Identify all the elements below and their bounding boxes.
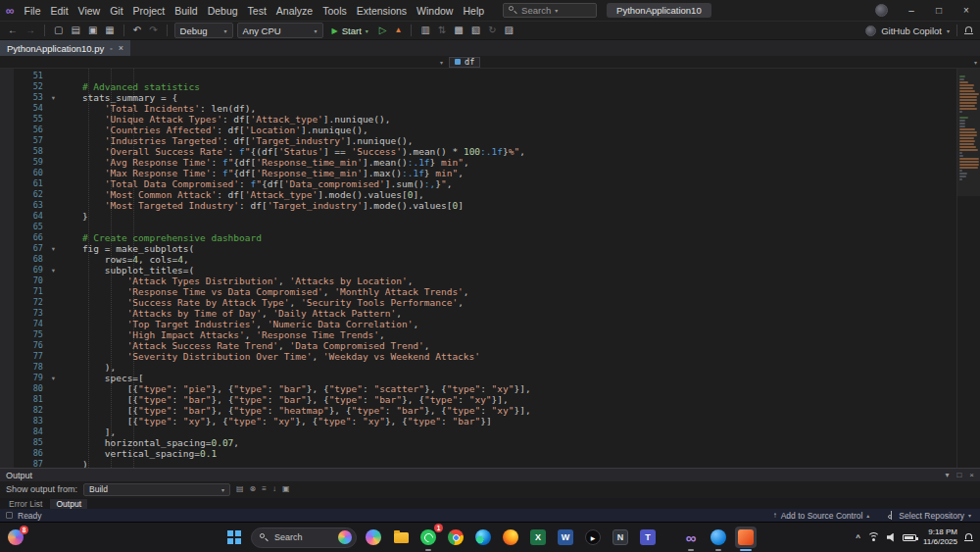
code-line[interactable]: 54 'Total Incidents': len(df), — [0, 103, 956, 114]
code-editor[interactable]: 5152 # Advanced statistics53▾ stats_summ… — [0, 69, 956, 468]
chrome-button[interactable] — [445, 527, 466, 548]
code-line[interactable]: 77 'Severity Distribution Over Time', 'W… — [0, 351, 956, 362]
firefox-button[interactable] — [500, 527, 521, 548]
fold-marker-icon[interactable]: ▾ — [47, 92, 60, 103]
minimap-scrollbar[interactable] — [956, 69, 980, 468]
code-line[interactable]: 58 'Overall Success Rate': f"{(df['Statu… — [0, 146, 956, 157]
notepad-button[interactable]: N — [610, 527, 631, 548]
taskbar-corner-app[interactable]: 8 — [8, 529, 24, 545]
select-repository-button[interactable]: Select Repository ▾ — [878, 509, 980, 522]
code-line[interactable]: 82 [{"type": "bar"}, {"type": "heatmap"}… — [0, 405, 956, 416]
code-line[interactable]: 83 [{"type": "xy"}, {"type": "xy"}, {"ty… — [0, 416, 956, 427]
edge-button[interactable] — [472, 527, 494, 548]
output-close-icon[interactable]: × — [969, 472, 974, 479]
solution-platforms-dropdown[interactable]: Any CPU ▾ — [237, 23, 323, 38]
members-dropdown-icon[interactable]: ▾ — [971, 59, 980, 66]
menu-item-view[interactable]: View — [74, 3, 106, 19]
panel-tab-error-list[interactable]: Error List — [3, 499, 48, 509]
teams-button[interactable]: T — [637, 527, 659, 548]
code-line[interactable]: 60 'Max Response Time': f"{df['Response_… — [0, 168, 956, 178]
break-all-icon[interactable]: ▥ — [418, 25, 431, 35]
pin-output-icon[interactable]: ▣ — [282, 485, 290, 493]
code-line[interactable]: 87 ) — [0, 459, 956, 468]
start-debug-button[interactable]: ▶ Start ▾ — [327, 25, 373, 36]
menu-item-extensions[interactable]: Extensions — [352, 3, 412, 19]
solution-explorer-icon[interactable]: ▧ — [469, 25, 482, 35]
tray-chevron-icon[interactable]: ^ — [856, 533, 860, 542]
fold-marker-icon[interactable]: ▾ — [47, 243, 60, 254]
extensions-icon[interactable]: ▨ — [503, 25, 515, 35]
save-icon[interactable]: ▣ — [86, 25, 99, 35]
clear-output-icon[interactable]: ⊗ — [250, 485, 257, 493]
whatsapp-button[interactable]: 1 — [417, 527, 439, 548]
code-line[interactable]: 57 'Industries Targeted': df['Target_ind… — [0, 135, 956, 146]
pin-icon[interactable]: ▫ — [110, 45, 112, 52]
widgets-button[interactable] — [363, 527, 384, 548]
github-copilot-button[interactable]: GitHub Copilot ▾ — [865, 25, 950, 36]
menu-item-project[interactable]: Project — [128, 3, 171, 19]
battery-icon[interactable] — [903, 534, 916, 541]
code-line[interactable]: 71 'Response Time vs Data Compromised', … — [0, 286, 956, 297]
code-line[interactable]: 74 'Top Target Industries', 'Numeric Dat… — [0, 319, 956, 329]
fold-marker-icon[interactable]: ▾ — [47, 265, 60, 276]
output-dropdown-icon[interactable]: ▾ — [945, 472, 949, 479]
code-line[interactable]: 75 'High Impact Attacks', 'Response Time… — [0, 329, 956, 340]
code-line[interactable]: 56 'Countries Affected': df['Location'].… — [0, 125, 956, 135]
navigate-forward-icon[interactable]: → — [24, 25, 37, 35]
code-line[interactable]: 78 ), — [0, 362, 956, 373]
hot-reload-icon[interactable]: ▲ — [393, 26, 405, 34]
output-source-dropdown[interactable]: Build ▾ — [83, 483, 230, 496]
step-over-icon[interactable]: ⇅ — [436, 25, 448, 35]
start-button[interactable] — [223, 527, 245, 548]
notification-center-icon[interactable] — [964, 532, 974, 543]
copilot-badge-icon[interactable] — [875, 4, 888, 17]
code-line[interactable]: 65 — [0, 222, 956, 232]
active-app-button[interactable] — [735, 527, 757, 548]
code-line[interactable]: 84 ], — [0, 427, 956, 437]
code-line[interactable]: 68 rows=4, cols=4, — [0, 254, 956, 265]
wifi-icon[interactable] — [867, 532, 880, 543]
code-line[interactable]: 81 [{"type": "bar"}, {"type": "bar"}, {"… — [0, 394, 956, 405]
maximize-button[interactable]: □ — [925, 0, 953, 21]
code-line[interactable]: 80 [{"type": "pie"}, {"type": "bar"}, {"… — [0, 383, 956, 394]
refresh-icon[interactable]: ↻ — [486, 25, 498, 35]
blue-app-button[interactable] — [708, 527, 729, 548]
code-line[interactable]: 55 'Unique Attack Types': df['Attack_typ… — [0, 114, 956, 125]
media-player-button[interactable]: ▶ — [582, 527, 604, 548]
code-line[interactable]: 52 # Advanced statistics — [0, 81, 956, 92]
save-all-icon[interactable]: ▦ — [103, 25, 116, 35]
word-wrap-icon[interactable]: ≡ — [262, 485, 267, 493]
visual-studio-button[interactable]: ∞ — [680, 527, 702, 548]
undo-icon[interactable]: ↶ — [131, 25, 143, 35]
add-to-source-control-button[interactable]: ↑ Add to Source Control ▴ — [764, 509, 879, 522]
panel-tab-output[interactable]: Output — [50, 499, 87, 509]
code-line[interactable]: 86 vertical_spacing=0.1 — [0, 448, 956, 459]
code-line[interactable]: 67▾ fig = make_subplots( — [0, 243, 956, 254]
code-line[interactable]: 59 'Avg Response Time': f"{df['Response_… — [0, 157, 956, 168]
code-line[interactable]: 70 'Attack Types Distribution', 'Attacks… — [0, 276, 956, 286]
notifications-bell-icon[interactable] — [964, 25, 974, 36]
word-button[interactable]: W — [555, 527, 576, 548]
navigate-back-icon[interactable]: ← — [6, 25, 20, 35]
code-line[interactable]: 69▾ subplot_titles=( — [0, 265, 956, 276]
code-line[interactable]: 61 'Total Data Compromised': f"{df['Data… — [0, 178, 956, 189]
menu-item-help[interactable]: Help — [458, 3, 489, 19]
nav-dropdown-icon[interactable]: ▾ — [437, 59, 446, 66]
file-explorer-button[interactable] — [390, 527, 412, 548]
start-without-debugging-icon[interactable]: ▷ — [377, 25, 389, 35]
menu-item-build[interactable]: Build — [170, 3, 202, 19]
code-line[interactable]: 79▾ specs=[ — [0, 373, 956, 383]
tab-pythonapplication10[interactable]: PythonApplication10.py ▫ × — [0, 40, 130, 56]
new-file-icon[interactable]: ▢ — [52, 25, 65, 35]
code-line[interactable]: 62 'Most Common Attack': df['Attack_type… — [0, 189, 956, 200]
code-line[interactable]: 72 'Success Rate by Attack Type', 'Secur… — [0, 297, 956, 308]
redo-icon[interactable]: ↷ — [147, 25, 159, 35]
code-line[interactable]: 73 'Attacks by Time of Day', 'Daily Atta… — [0, 308, 956, 319]
tab-close-icon[interactable]: × — [119, 43, 123, 53]
fold-marker-icon[interactable]: ▾ — [47, 373, 60, 383]
excel-button[interactable]: X — [527, 527, 549, 548]
code-line[interactable]: 64 } — [0, 211, 956, 222]
code-line[interactable]: 76 'Attack Success Rate Trend', 'Data Co… — [0, 340, 956, 351]
solution-configurations-dropdown[interactable]: Debug ▾ — [174, 23, 233, 38]
code-line[interactable]: 53▾ stats_summary = { — [0, 92, 956, 103]
